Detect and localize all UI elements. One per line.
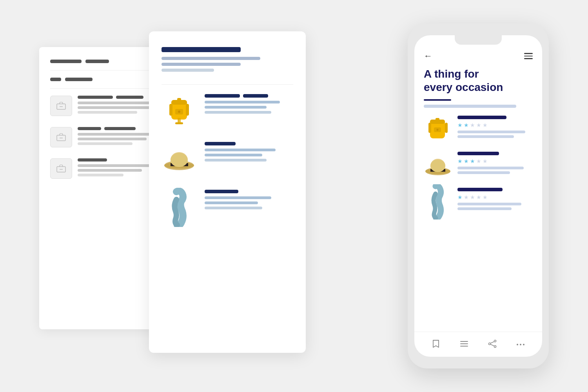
svg-point-38 [494,345,496,347]
mid-panel-item-backpack [162,94,293,129]
svg-point-20 [171,153,188,167]
svg-rect-15 [175,122,183,124]
wire-tag-4 [65,78,93,81]
phone-notch [455,35,502,45]
share-icon[interactable] [488,339,497,350]
phone-hat-line-2 [457,171,510,174]
phone-item-scarf: ★ ★ ★ ★ ★ [424,188,533,216]
phone-backpack-image [424,116,452,144]
mid-panel-hat-image [162,142,197,177]
subtitle-line [424,105,516,108]
svg-point-37 [489,343,491,345]
more-icon[interactable] [517,344,524,345]
svg-point-36 [494,340,496,342]
mid-panel-backpack-image [162,94,197,129]
phone-frame: ← A thing for every occasion [408,24,549,368]
back-panel-image-3 [50,158,72,179]
phone-backpack-stars: ★ ★ ★ ★ ★ [457,122,533,128]
phone-nav: ← [424,51,533,61]
mid-panel-scarf-image [162,190,197,225]
svg-line-39 [491,341,494,343]
phone-scarf-stars: ★ ★ ★ ★ ★ [457,194,533,200]
scene: ← A thing for every occasion [39,24,549,368]
wire-tag-1 [50,60,82,63]
mid-panel-item-scarf [162,190,293,225]
phone-screen: ← A thing for every occasion [414,35,542,357]
phone-hat-title [457,152,499,155]
phone-hat-stars: ★ ★ ★ ★ ★ [457,158,533,164]
phone-scarf-line-2 [457,207,512,210]
accent-line [424,99,451,101]
mid-panel-header [162,47,293,72]
back-button[interactable]: ← [424,51,432,61]
phone-backpack-line-1 [457,131,525,133]
svg-point-26 [436,129,438,131]
svg-point-32 [430,160,445,172]
phone-scarf-image [424,188,452,216]
phone-item-hat: ★ ★ ★ ★ ★ [424,152,533,180]
svg-rect-24 [445,123,448,133]
phone-hat-image [424,152,452,180]
wire-tag-2 [85,60,109,63]
phone-title: A thing for every occasion [424,67,533,94]
list-icon[interactable] [460,340,468,349]
phone-item-backpack: ★ ★ ★ ★ ★ [424,116,533,144]
svg-rect-27 [436,118,439,120]
wire-tag-3 [50,78,61,81]
svg-rect-23 [428,123,431,133]
phone-hat-line-1 [457,167,524,169]
svg-rect-8 [169,104,172,116]
mid-panel [149,31,306,353]
svg-rect-12 [177,98,181,101]
mid-panel-item-hat [162,142,293,177]
phone-bottom-bar [414,332,542,357]
menu-button[interactable] [524,53,533,59]
phone-scarf-title [457,188,503,191]
svg-rect-9 [186,104,189,116]
back-panel-image-1 [50,96,72,116]
phone-backpack-title [457,116,506,119]
svg-point-11 [178,111,180,113]
svg-line-40 [491,344,494,346]
phone-scarf-line-1 [457,203,521,205]
bookmark-icon[interactable] [432,339,440,350]
back-panel-image-2 [50,127,72,147]
phone-backpack-line-2 [457,135,514,138]
